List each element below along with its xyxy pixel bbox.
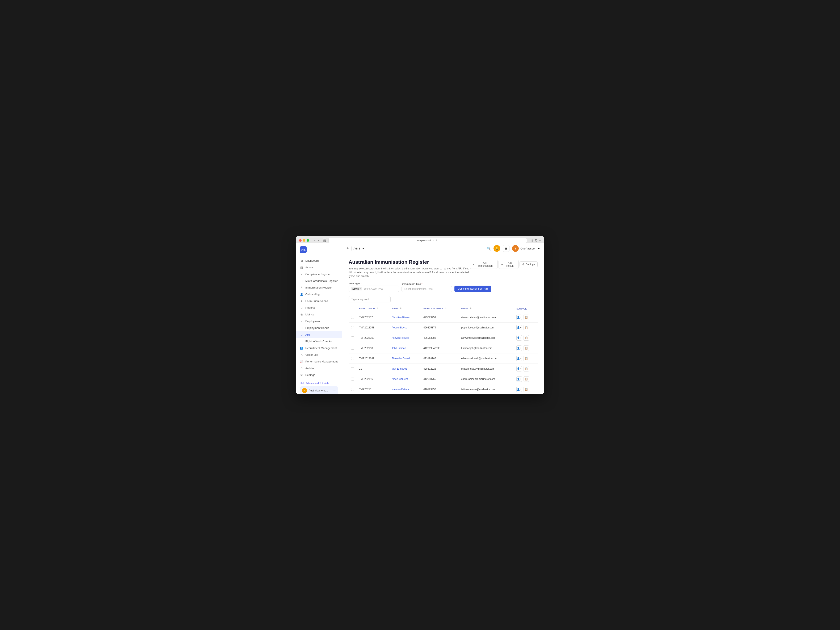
action-icons: 👤+ 📋 — [516, 314, 535, 320]
name-cell[interactable]: Job Lumibao — [389, 343, 421, 354]
user-menu[interactable]: T OnePassport ▾ — [512, 245, 540, 252]
tab-air-immunisation[interactable]: ≡ AIR Immunisation — [470, 260, 498, 269]
manage-cell: 👤+ 📋 — [514, 364, 538, 374]
mobile-cell: 410123456 — [421, 384, 459, 395]
row-checkbox-2[interactable] — [351, 326, 354, 329]
row-checkbox-cell — [349, 384, 357, 395]
tab-air-result[interactable]: ≡ AIR Result — [499, 260, 519, 269]
row-checkbox-4[interactable] — [351, 347, 354, 350]
sidebar-item-archive[interactable]: □ Archive — [296, 365, 342, 371]
asset-tag-remove[interactable]: × — [360, 287, 361, 290]
sidebar-item-dashboard[interactable]: ⊞ Dashboard — [296, 257, 342, 264]
add-user-button-8[interactable]: 👤+ — [516, 387, 522, 392]
row-checkbox-7[interactable] — [351, 377, 354, 381]
sidebar-item-air[interactable]: □ AIR — [296, 331, 342, 338]
forward-button[interactable]: › — [317, 238, 320, 243]
refresh-icon[interactable]: ↻ — [436, 239, 438, 242]
sidebar-item-onboarding[interactable]: 👤 Onboarding — [296, 291, 342, 298]
minimize-button[interactable] — [303, 239, 305, 242]
name-cell[interactable]: Peponi Boyce — [389, 322, 421, 333]
name-cell[interactable]: May Enriquez — [389, 364, 421, 374]
sidebar-item-settings[interactable]: ⚙ Settings — [296, 371, 342, 378]
document-button-2[interactable]: 📋 — [524, 325, 529, 330]
back-button[interactable]: ‹ — [313, 238, 316, 243]
sidebar-item-reports[interactable]: □ Reports — [296, 304, 342, 311]
name-header[interactable]: NAME ⇅ — [389, 305, 421, 312]
sidebar-item-employment-bands[interactable]: □ Employment Bands — [296, 324, 342, 331]
row-checkbox-cell — [349, 364, 357, 374]
search-button[interactable]: 🔍 — [487, 246, 491, 251]
browser-window: ‹ › ⊡ onepassport.co ↻ ⬆ ⧉ + ONE ⊞ Da — [296, 236, 544, 394]
sidebar-item-compliance[interactable]: ≡ Compliance Register — [296, 271, 342, 278]
user-dropdown-icon: ⋯ — [333, 389, 336, 393]
notification-button[interactable]: 🔔 — [494, 245, 500, 252]
add-user-button-2[interactable]: 👤+ — [516, 325, 522, 330]
sidebar-item-label: Assets — [305, 266, 314, 269]
maximize-button[interactable] — [306, 239, 309, 242]
sidebar-item-performance[interactable]: 📈 Performance Management — [296, 358, 342, 365]
grid-button[interactable]: ⊞ — [503, 245, 510, 252]
sidebar-item-micro-creds[interactable]: □ Micro-Credentials Register — [296, 278, 342, 284]
row-checkbox-8[interactable] — [351, 388, 354, 391]
data-table: EMPLOYEE ID ⇅ NAME ⇅ MOBILE NUMBER ⇅ EMA… — [349, 305, 538, 394]
new-tab-button[interactable]: ⧉ — [535, 238, 537, 243]
sidebar-toggle-button[interactable]: ⊡ — [323, 238, 326, 243]
address-bar[interactable]: onepassport.co ↻ — [328, 238, 527, 243]
sidebar-item-recruitment[interactable]: 👥 Recruitment Management — [296, 344, 342, 351]
admin-select[interactable]: Admin ▾ — [351, 246, 366, 251]
row-checkbox-1[interactable] — [351, 316, 354, 319]
sidebar-item-immunisation[interactable]: ✎ Immunisation Register — [296, 284, 342, 291]
share-button[interactable]: ⬆ — [531, 238, 534, 243]
name-cell[interactable]: Christian Rivera — [389, 312, 421, 322]
row-checkbox-5[interactable] — [351, 357, 354, 360]
add-user-button-3[interactable]: 👤+ — [516, 335, 522, 341]
mobile-number-header[interactable]: MOBILE NUMBER ⇅ — [421, 305, 459, 312]
sidebar-item-metrics[interactable]: ◎ Metrics — [296, 311, 342, 318]
user-badge[interactable]: A Australian Kyud... ⋯ — [300, 387, 338, 394]
asset-type-select[interactable]: Admin × Select Asset Type — [349, 286, 399, 292]
user-avatar-small: A — [302, 388, 307, 393]
employee-id-header[interactable]: EMPLOYEE ID ⇅ — [357, 305, 389, 312]
document-button-8[interactable]: 📋 — [524, 387, 529, 392]
mobile-cell: 412369547896 — [421, 343, 459, 354]
table-row: TMP202117 Christian Rivera 423099259 riv… — [349, 312, 538, 322]
add-user-button-5[interactable]: 👤+ — [516, 356, 522, 361]
row-checkbox-6[interactable] — [351, 367, 354, 370]
email-header[interactable]: EMAIL ⇅ — [459, 305, 514, 312]
help-link[interactable]: Help Articles and Tutorials — [300, 382, 338, 385]
tab-settings[interactable]: ⚙ Settings — [519, 261, 538, 267]
sidebar-item-assets[interactable]: ◫ Assets — [296, 264, 342, 271]
document-button-3[interactable]: 📋 — [524, 335, 529, 341]
sidebar-item-form-submissions[interactable]: ≡ Form Submissions — [296, 298, 342, 304]
close-button[interactable] — [299, 239, 302, 242]
name-cell[interactable]: Navarro Fatima — [389, 384, 421, 395]
sidebar-item-employment[interactable]: ≡ Employment — [296, 318, 342, 324]
document-button-5[interactable]: 📋 — [524, 356, 529, 361]
select-all-header — [349, 305, 357, 312]
add-user-button-4[interactable]: 👤+ — [516, 346, 522, 351]
sidebar-item-label: AIR — [305, 333, 310, 336]
immunisation-type-select[interactable]: Select Immunisation Type — [401, 286, 452, 292]
employee-id-cell: TMP2023253 — [357, 322, 389, 333]
row-checkbox-3[interactable] — [351, 336, 354, 339]
name-cell[interactable]: Ashwin Reeves — [389, 333, 421, 343]
action-icons: 👤+ 📋 — [516, 335, 535, 341]
document-button-6[interactable]: 📋 — [524, 366, 529, 371]
metrics-icon: ◎ — [300, 313, 303, 316]
name-cell[interactable]: Albert Cabrera — [389, 374, 421, 384]
add-tab-button[interactable]: + — [539, 238, 541, 243]
add-user-button-6[interactable]: 👤+ — [516, 366, 522, 371]
name-cell[interactable]: Eileen McDowell — [389, 354, 421, 364]
sidebar-item-visitor-log[interactable]: ✎ Visitor Log — [296, 351, 342, 358]
get-immunisation-button[interactable]: Get immunisation from AIR — [455, 286, 491, 292]
table-row: TMP202118 Job Lumibao 412369547896 lumib… — [349, 343, 538, 354]
search-input[interactable] — [349, 296, 391, 302]
add-user-button-1[interactable]: 👤+ — [516, 314, 522, 320]
app-window: ONE ⊞ Dashboard ◫ Assets ≡ Compliance Re… — [296, 243, 544, 394]
add-user-button-7[interactable]: 👤+ — [516, 376, 522, 382]
document-button-7[interactable]: 📋 — [524, 376, 529, 382]
add-button[interactable]: + — [346, 246, 349, 251]
document-button-1[interactable]: 📋 — [524, 314, 529, 320]
sidebar-item-right-to-work[interactable]: □ Right to Work Checks — [296, 338, 342, 344]
document-button-4[interactable]: 📋 — [524, 346, 529, 351]
